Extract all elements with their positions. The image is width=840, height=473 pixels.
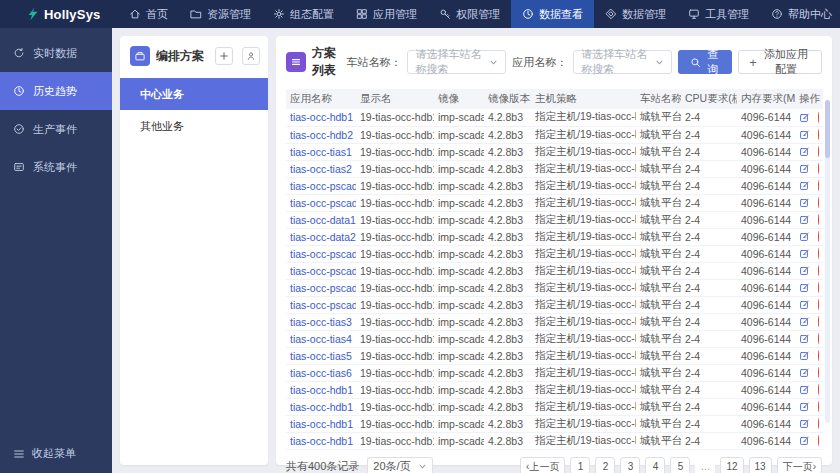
page-button[interactable]: …	[695, 457, 715, 473]
plan-group-item[interactable]: 中心业务	[120, 78, 268, 110]
sidebar-item[interactable]: 历史趋势	[0, 72, 112, 110]
top-menu: 首页 资源管理 组态配置 应用管理 权限管理 数据查看 数据管理 工具管理 帮助…	[118, 0, 840, 28]
app-name-link[interactable]: tias-occ-data1	[290, 214, 356, 226]
app-name-link[interactable]: tias-occ-tias4	[290, 333, 352, 345]
page-button[interactable]: 2	[595, 457, 615, 473]
app-name-link[interactable]: tias-occ-hdb1	[290, 384, 353, 396]
edit-icon[interactable]	[799, 112, 810, 123]
scrollbar-thumb[interactable]	[825, 100, 830, 158]
delete-icon[interactable]	[818, 401, 819, 412]
delete-icon[interactable]	[818, 367, 819, 378]
next-page-button[interactable]: 下一页›	[777, 457, 822, 473]
delete-icon[interactable]	[818, 231, 819, 242]
delete-icon[interactable]	[818, 282, 819, 293]
app-name-link[interactable]: tias-occ-tias5	[290, 350, 352, 362]
sidebar-item[interactable]: 生产事件	[0, 110, 112, 148]
app-name-link[interactable]: tias-occ-pscada3	[290, 248, 356, 260]
top-menu-item[interactable]: 资源管理	[179, 0, 262, 28]
edit-icon[interactable]	[799, 350, 810, 361]
top-menu-item[interactable]: 帮助中心	[760, 0, 840, 28]
edit-icon[interactable]	[799, 384, 810, 395]
delete-icon[interactable]	[818, 112, 819, 123]
plan-group-item[interactable]: 其他业务	[120, 110, 268, 142]
delete-icon[interactable]	[818, 214, 819, 225]
edit-icon[interactable]	[799, 248, 810, 259]
search-button[interactable]: 查询	[678, 50, 732, 74]
delete-icon[interactable]	[818, 197, 819, 208]
app-name-link[interactable]: tias-occ-hdb1	[290, 418, 353, 430]
delete-icon[interactable]	[818, 146, 819, 157]
app-name-link[interactable]: tias-occ-hdb2	[290, 129, 353, 141]
page-button[interactable]: 12	[720, 457, 743, 473]
station-select[interactable]: 请选择车站名称搜索	[407, 50, 506, 74]
app-name-link[interactable]: tias-occ-tias6	[290, 367, 352, 379]
top-menu-item[interactable]: 工具管理	[677, 0, 760, 28]
edit-icon[interactable]	[799, 231, 810, 242]
delete-icon[interactable]	[818, 333, 819, 344]
add-plan-button[interactable]	[215, 47, 233, 65]
edit-icon[interactable]	[799, 214, 810, 225]
page-size-select[interactable]: 20条/页	[367, 457, 433, 473]
edit-icon[interactable]	[799, 146, 810, 157]
edit-icon[interactable]	[799, 282, 810, 293]
sidebar-item[interactable]: 系统事件	[0, 148, 112, 186]
add-app-config-button[interactable]: + 添加应用配置	[738, 50, 822, 74]
station-cell: 城轨平台	[636, 296, 681, 313]
collapse-menu-button[interactable]: 收起菜单	[13, 446, 76, 461]
page-button[interactable]: 5	[670, 457, 690, 473]
top-menu-item[interactable]: 数据管理	[594, 0, 677, 28]
delete-icon[interactable]	[818, 265, 819, 276]
page-button[interactable]: 13	[749, 457, 772, 473]
edit-icon[interactable]	[799, 333, 810, 344]
page-button[interactable]: 3	[620, 457, 640, 473]
delete-icon[interactable]	[818, 299, 819, 310]
page-button[interactable]: 1	[570, 457, 590, 473]
edit-icon[interactable]	[799, 265, 810, 276]
delete-icon[interactable]	[818, 435, 819, 446]
edit-icon[interactable]	[799, 401, 810, 412]
prev-page-button[interactable]: ‹上一页	[520, 457, 565, 473]
top-menu-item[interactable]: 组态配置	[262, 0, 345, 28]
delete-icon[interactable]	[818, 248, 819, 259]
edit-icon[interactable]	[799, 299, 810, 310]
edit-icon[interactable]	[799, 180, 810, 191]
top-menu-item[interactable]: 数据查看	[511, 0, 594, 28]
sidebar-item[interactable]: 实时数据	[0, 34, 112, 72]
edit-icon[interactable]	[799, 435, 810, 446]
edit-icon[interactable]	[799, 129, 810, 140]
app-name-link[interactable]: tias-occ-hdb1	[290, 435, 353, 447]
app-name-link[interactable]: tias-occ-pscada5	[290, 282, 356, 294]
delete-icon[interactable]	[818, 163, 819, 174]
app-name-link[interactable]: tias-occ-tias1	[290, 146, 352, 158]
delete-icon[interactable]	[818, 316, 819, 327]
app-name-link[interactable]: tias-occ-pscada4	[290, 265, 356, 277]
delete-icon[interactable]	[818, 384, 819, 395]
app-name-link[interactable]: tias-occ-tias3	[290, 316, 352, 328]
edit-icon[interactable]	[799, 316, 810, 327]
plan-user-button[interactable]	[242, 47, 260, 65]
app-name-link[interactable]: tias-occ-hdb1	[290, 111, 353, 123]
display-name-cell: 19-tias-occ-hdb1	[356, 126, 434, 143]
app-name-link[interactable]: tias-occ-pscada1	[290, 180, 356, 192]
app-name-link[interactable]: tias-occ-tias2	[290, 163, 352, 175]
app-select[interactable]: 请选择车站名称搜索	[573, 50, 672, 74]
edit-icon[interactable]	[799, 197, 810, 208]
table-scrollbar[interactable]	[825, 100, 830, 423]
top-menu-item[interactable]: 权限管理	[428, 0, 511, 28]
app-name-link[interactable]: tias-occ-pscada6	[290, 299, 356, 311]
delete-icon[interactable]	[818, 180, 819, 191]
delete-icon[interactable]	[818, 350, 819, 361]
pagination: ‹上一页 12345…1213 下一页›	[520, 457, 822, 473]
app-name-link[interactable]: tias-occ-data2	[290, 231, 356, 243]
app-name-link[interactable]: tias-occ-pscada1	[290, 197, 356, 209]
delete-icon[interactable]	[818, 418, 819, 429]
edit-icon[interactable]	[799, 367, 810, 378]
app-name-link[interactable]: tias-occ-hdb1	[290, 401, 353, 413]
top-menu-item[interactable]: 应用管理	[345, 0, 428, 28]
delete-icon[interactable]	[818, 129, 819, 140]
page-button[interactable]: 4	[645, 457, 665, 473]
edit-icon[interactable]	[799, 418, 810, 429]
edit-icon[interactable]	[799, 163, 810, 174]
menu-label: 帮助中心	[788, 7, 832, 22]
top-menu-item[interactable]: 首页	[118, 0, 179, 28]
